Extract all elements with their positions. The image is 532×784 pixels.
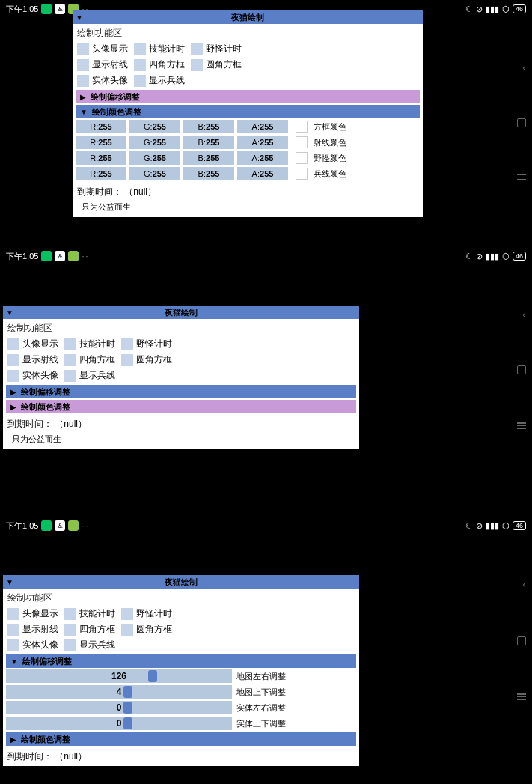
checkbox-label: 圆角方框	[136, 353, 172, 366]
slider-entity-ud[interactable]: 0	[6, 717, 232, 730]
checkbox-round-box[interactable]	[121, 354, 133, 366]
nav-back-icon[interactable]: ‹	[522, 61, 526, 73]
wifi-icon: ⬡	[502, 521, 510, 531]
b-value[interactable]: B:255	[183, 136, 234, 149]
color-label: 射线颜色	[314, 137, 346, 148]
checkbox-label: 显示射线	[92, 58, 128, 71]
checkbox-skill-timer[interactable]	[64, 608, 76, 620]
slider-label: 地图左右调整	[236, 671, 286, 682]
checkbox-minion-line[interactable]	[64, 370, 76, 382]
checkbox-solid-avatar[interactable]	[7, 370, 19, 382]
r-value[interactable]: R:255	[76, 120, 126, 133]
checkbox-skill-timer[interactable]	[134, 43, 146, 55]
checkbox-avatar[interactable]	[77, 43, 89, 55]
slider-map-ud[interactable]: 4	[6, 685, 232, 699]
slider-value: 0	[117, 718, 122, 729]
g-value[interactable]: G:255	[129, 136, 180, 149]
overlay-panel[interactable]: ▼ 夜猫绘制 绘制功能区 头像显示 技能计时 野怪计时 显示射线 四角方框 圆角…	[3, 306, 359, 449]
checkbox-square-box[interactable]	[134, 59, 146, 71]
wifi-icon: ⬡	[502, 252, 510, 261]
accordion-offset[interactable]: ▶ 绘制偏移调整	[6, 385, 356, 398]
checkbox-solid-avatar[interactable]	[77, 75, 89, 87]
wechat-icon	[41, 251, 52, 261]
nav-menu-icon[interactable]	[517, 422, 526, 429]
a-value[interactable]: A:255	[237, 136, 288, 149]
color-checkbox[interactable]	[296, 168, 308, 180]
statusbar: 下午1:05 & ·· ☾ ⊘ ▮▮▮ ⬡ 46	[0, 247, 532, 265]
accordion-color[interactable]: ▶ 绘制颜色调整	[6, 732, 356, 746]
checkbox-square-box[interactable]	[64, 354, 76, 366]
nav-menu-icon[interactable]	[517, 174, 526, 180]
collapse-icon[interactable]: ▼	[3, 578, 13, 586]
collapse-icon[interactable]: ▼	[73, 13, 83, 22]
checkbox-monster-timer[interactable]	[191, 43, 203, 55]
checkbox-ray[interactable]	[77, 59, 89, 71]
footer-text: 只为公益而生	[3, 434, 359, 449]
nav-recent-icon[interactable]	[517, 636, 526, 645]
color-checkbox[interactable]	[296, 136, 308, 148]
accordion-offset[interactable]: ▶ 绘制偏移调整	[76, 90, 420, 103]
b-value[interactable]: B:255	[183, 151, 234, 165]
checkbox-solid-avatar[interactable]	[7, 639, 19, 651]
checkbox-label: 技能计时	[79, 607, 115, 620]
nav-recent-icon[interactable]	[517, 365, 526, 374]
panel-titlebar[interactable]: ▼ 夜猫绘制	[3, 306, 359, 319]
checkbox-round-box[interactable]	[121, 624, 133, 636]
g-value[interactable]: G:255	[129, 120, 180, 133]
a-value[interactable]: A:255	[237, 120, 288, 133]
nav-recent-icon[interactable]	[517, 118, 526, 127]
app-icon-3	[68, 251, 79, 261]
checkbox-avatar[interactable]	[7, 608, 19, 620]
checkbox-minion-line[interactable]	[64, 639, 76, 651]
r-value[interactable]: R:255	[76, 136, 126, 149]
moon-icon: ☾	[465, 521, 473, 531]
accordion-offset[interactable]: ▼ 绘制偏移调整	[6, 654, 356, 668]
slider-entity-lr[interactable]: 0	[6, 701, 232, 714]
checkbox-monster-timer[interactable]	[121, 608, 133, 620]
color-checkbox[interactable]	[296, 121, 308, 133]
overlay-panel[interactable]: ▼ 夜猫绘制 绘制功能区 头像显示 技能计时 野怪计时 显示射线 四角方框 圆角…	[73, 10, 423, 217]
overlay-panel[interactable]: ▼ 夜猫绘制 绘制功能区 头像显示 技能计时 野怪计时 显示射线 四角方框 圆角…	[3, 575, 359, 766]
checkbox-ray[interactable]	[7, 354, 19, 366]
slider-thumb[interactable]	[123, 702, 132, 714]
b-value[interactable]: B:255	[183, 120, 234, 133]
checkbox-label: 实体头像	[22, 369, 58, 382]
nav-menu-icon[interactable]	[517, 693, 526, 700]
accordion-color[interactable]: ▶ 绘制颜色调整	[6, 400, 356, 413]
expiry-row: 到期时间： （null）	[3, 747, 359, 766]
slider-thumb[interactable]	[123, 717, 132, 729]
slider-thumb[interactable]	[123, 686, 132, 698]
slider-thumb[interactable]	[148, 670, 157, 682]
b-value[interactable]: B:255	[183, 167, 234, 180]
checkbox-minion-line[interactable]	[134, 75, 146, 87]
nav-back-icon[interactable]: ‹	[522, 309, 526, 320]
accordion-label: 绘制偏移调整	[91, 91, 140, 103]
g-value[interactable]: G:255	[129, 151, 180, 165]
panel-title: 夜猫绘制	[165, 577, 198, 588]
accordion-color[interactable]: ▼ 绘制颜色调整	[76, 105, 420, 118]
expiry-row: 到期时间： （null）	[3, 415, 359, 434]
a-value[interactable]: A:255	[237, 151, 288, 165]
nav-back-icon[interactable]: ‹	[522, 578, 526, 590]
panel-titlebar[interactable]: ▼ 夜猫绘制	[73, 10, 423, 24]
a-value[interactable]: A:255	[237, 167, 288, 180]
r-value[interactable]: R:255	[76, 151, 126, 165]
color-checkbox[interactable]	[296, 152, 308, 164]
checkbox-ray[interactable]	[7, 624, 19, 636]
g-value[interactable]: G:255	[129, 167, 180, 180]
app-icon-2: &	[55, 520, 65, 531]
battery-icon: 46	[513, 4, 526, 13]
collapse-icon[interactable]: ▼	[3, 309, 13, 317]
r-value[interactable]: R:255	[76, 167, 126, 180]
checkbox-round-box[interactable]	[191, 59, 203, 71]
more-dots-icon: ··	[82, 521, 89, 530]
checkbox-avatar[interactable]	[7, 338, 19, 350]
slider-map-lr[interactable]: 126	[6, 669, 232, 683]
checkbox-square-box[interactable]	[64, 624, 76, 636]
panel-titlebar[interactable]: ▼ 夜猫绘制	[3, 575, 359, 589]
checkbox-skill-timer[interactable]	[64, 338, 76, 350]
status-time: 下午1:05	[6, 520, 38, 532]
screenshot-2: 下午1:05 & ·· ☾ ⊘ ▮▮▮ ⬡ 46 ▼ 夜猫绘制 绘制功能区 头像…	[0, 247, 532, 517]
checkbox-label: 圆角方框	[206, 58, 242, 71]
checkbox-monster-timer[interactable]	[121, 338, 133, 350]
